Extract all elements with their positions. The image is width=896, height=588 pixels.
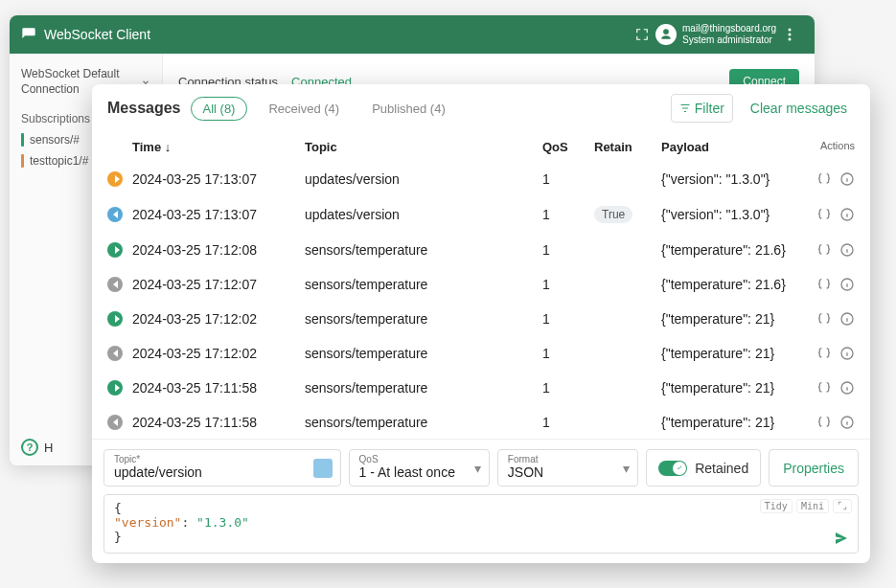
table-header: Time ↓ Topic QoS Retain Payload Actions: [92, 132, 870, 162]
filter-button-label: Filter: [695, 101, 724, 116]
subscription-color-bar: [21, 133, 24, 147]
retain-badge: True: [594, 206, 632, 223]
chevron-down-icon: ▾: [623, 461, 630, 476]
properties-button[interactable]: Properties: [769, 449, 859, 486]
cell-time: 2024-03-25 17:13:07: [132, 207, 305, 222]
user-role: System administrator: [682, 34, 776, 46]
table-row[interactable]: 2024-03-25 17:12:02 sensors/temperature …: [92, 302, 870, 336]
table-row[interactable]: 2024-03-25 17:13:07 updates/version 1 {"…: [92, 162, 870, 196]
table-row[interactable]: 2024-03-25 17:12:07 sensors/temperature …: [92, 267, 870, 302]
topic-color-chip[interactable]: [313, 459, 333, 478]
svg-point-2: [789, 38, 792, 41]
topic-input[interactable]: Topic* update/version: [103, 449, 341, 486]
cell-qos: 1: [542, 242, 594, 258]
braces-icon[interactable]: [816, 415, 832, 430]
cell-payload: {"temperature": 21.6}: [661, 277, 797, 292]
composer: Topic* update/version QoS 1 - At least o…: [92, 439, 870, 563]
user-menu[interactable]: mail@thingsboard.org System administrato…: [655, 23, 776, 46]
info-icon[interactable]: [839, 346, 855, 361]
cell-retain: True: [594, 206, 661, 223]
fullscreen-icon[interactable]: [629, 21, 655, 48]
svg-point-0: [789, 29, 792, 32]
cell-topic: updates/version: [305, 171, 542, 187]
braces-icon[interactable]: [816, 242, 832, 258]
info-icon[interactable]: [839, 380, 855, 396]
cell-topic: sensors/temperature: [305, 277, 542, 292]
info-icon[interactable]: [839, 311, 855, 327]
help-letter: H: [44, 441, 53, 455]
avatar-icon: [655, 24, 677, 45]
cell-topic: sensors/temperature: [305, 242, 542, 258]
direction-icon: [107, 380, 123, 396]
cell-topic: sensors/temperature: [305, 311, 542, 327]
col-time[interactable]: Time ↓: [132, 140, 305, 154]
col-actions: Actions: [797, 140, 855, 154]
table-row[interactable]: 2024-03-25 17:11:58 sensors/temperature …: [92, 371, 870, 405]
mini-button[interactable]: Mini: [796, 499, 829, 513]
cell-qos: 1: [542, 171, 594, 187]
braces-icon[interactable]: [816, 277, 832, 292]
cell-topic: sensors/temperature: [305, 415, 542, 430]
braces-icon[interactable]: [816, 171, 832, 187]
retained-label: Retained: [695, 461, 748, 476]
direction-icon: [107, 242, 123, 258]
help-row[interactable]: ? H: [21, 439, 53, 456]
col-payload: Payload: [661, 140, 797, 154]
table-row[interactable]: 2024-03-25 17:13:07 updates/version 1 Tr…: [92, 196, 870, 233]
format-value: JSON: [508, 464, 628, 480]
messages-title: Messages: [107, 100, 181, 117]
cell-qos: 1: [542, 380, 594, 396]
info-icon[interactable]: [839, 277, 855, 292]
topic-label: Topic*: [114, 454, 331, 464]
cell-payload: {"temperature": 21}: [661, 346, 797, 361]
direction-icon: [107, 207, 123, 222]
chevron-down-icon: ▾: [474, 461, 481, 476]
info-icon[interactable]: [839, 242, 855, 258]
chat-icon: [21, 27, 36, 42]
filter-icon: [679, 102, 691, 114]
tidy-button[interactable]: Tidy: [760, 499, 793, 513]
info-icon[interactable]: [839, 415, 855, 430]
payload-editor[interactable]: Tidy Mini { "version": "1.3.0" }: [103, 494, 859, 554]
braces-icon[interactable]: [816, 346, 832, 361]
format-select[interactable]: Format JSON ▾: [497, 449, 638, 486]
table-row[interactable]: 2024-03-25 17:11:58 sensors/temperature …: [92, 405, 870, 439]
subscription-topic: testtopic1/#: [30, 154, 88, 168]
subscription-topic: sensors/#: [30, 133, 80, 147]
col-retain: Retain: [594, 140, 661, 154]
table-row[interactable]: 2024-03-25 17:12:02 sensors/temperature …: [92, 336, 870, 371]
clear-messages-button[interactable]: Clear messages: [743, 95, 855, 122]
filter-button[interactable]: Filter: [671, 94, 733, 123]
col-topic: Topic: [305, 140, 542, 154]
send-button[interactable]: [833, 530, 850, 547]
info-icon[interactable]: [839, 207, 855, 222]
braces-icon[interactable]: [816, 207, 832, 222]
more-icon[interactable]: [776, 21, 803, 48]
expand-icon[interactable]: [833, 499, 852, 513]
cell-time: 2024-03-25 17:12:02: [132, 311, 305, 327]
cell-time: 2024-03-25 17:11:58: [132, 380, 305, 396]
cell-payload: {"version": "1.3.0"}: [661, 207, 797, 222]
table-row[interactable]: 2024-03-25 17:12:08 sensors/temperature …: [92, 233, 870, 267]
cell-payload: {"temperature": 21}: [661, 380, 797, 396]
cell-time: 2024-03-25 17:13:07: [132, 171, 305, 187]
subscription-color-bar: [21, 154, 24, 168]
tab-received[interactable]: Received (4): [257, 98, 351, 120]
direction-icon: [107, 311, 123, 327]
qos-value: 1 - At least once: [359, 464, 479, 480]
tab-all[interactable]: All (8): [191, 97, 248, 121]
qos-select[interactable]: QoS 1 - At least once ▾: [349, 449, 490, 486]
cell-qos: 1: [542, 207, 594, 222]
cell-payload: {"version": "1.3.0"}: [661, 171, 797, 187]
switch-on-icon: [658, 461, 687, 476]
braces-icon[interactable]: [816, 380, 832, 396]
braces-icon[interactable]: [816, 311, 832, 327]
help-icon: ?: [21, 439, 38, 456]
info-icon[interactable]: [839, 171, 855, 187]
retained-toggle[interactable]: Retained: [646, 449, 761, 486]
tab-published[interactable]: Published (4): [360, 98, 457, 120]
user-email: mail@thingsboard.org: [682, 23, 776, 34]
cell-time: 2024-03-25 17:12:08: [132, 242, 305, 258]
cell-qos: 1: [542, 311, 594, 327]
direction-icon: [107, 171, 123, 187]
